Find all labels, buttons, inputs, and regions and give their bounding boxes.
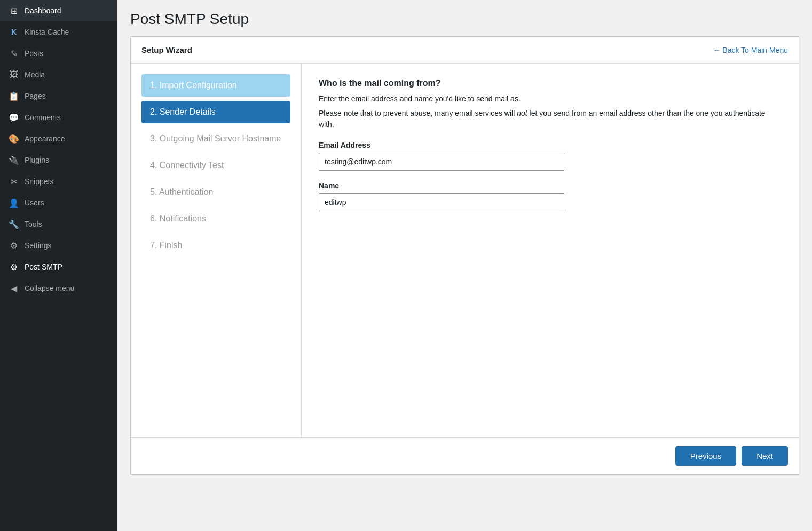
- step-finish[interactable]: 7. Finish: [141, 234, 290, 257]
- steps-sidebar: 1. Import Configuration 2. Sender Detail…: [131, 64, 302, 437]
- step-sender-details[interactable]: 2. Sender Details: [141, 101, 290, 123]
- desc-1: Enter the email address and name you'd l…: [319, 93, 782, 105]
- step-import-configuration[interactable]: 1. Import Configuration: [141, 74, 290, 97]
- snippets-icon: ✂: [9, 176, 19, 187]
- card-body: 1. Import Configuration 2. Sender Detail…: [131, 64, 799, 437]
- kinsta-icon: K: [9, 27, 19, 37]
- sidebar-item-label: Snippets: [25, 177, 53, 186]
- sidebar-item-comments[interactable]: 💬 Comments: [0, 107, 117, 128]
- sidebar-item-users[interactable]: 👤 Users: [0, 192, 117, 213]
- sidebar-item-settings[interactable]: ⚙ Settings: [0, 235, 117, 256]
- name-input[interactable]: [319, 193, 564, 211]
- email-label: Email Address: [319, 141, 782, 149]
- step-connectivity-test[interactable]: 4. Connectivity Test: [141, 154, 290, 177]
- sidebar-item-label: Dashboard: [25, 6, 61, 15]
- step-outgoing-mail[interactable]: 3. Outgoing Mail Server Hostname: [141, 128, 290, 150]
- next-button[interactable]: Next: [742, 446, 788, 466]
- name-field-group: Name: [319, 181, 782, 211]
- tools-icon: 🔧: [9, 219, 19, 229]
- setup-wizard-title: Setup Wizard: [141, 45, 192, 54]
- back-to-main-menu-link[interactable]: ← Back To Main Menu: [713, 46, 788, 54]
- step-notifications[interactable]: 6. Notifications: [141, 208, 290, 230]
- step-authentication[interactable]: 5. Authentication: [141, 181, 290, 203]
- section-title: Who is the mail coming from?: [319, 78, 782, 88]
- setup-card: Setup Wizard ← Back To Main Menu 1. Impo…: [130, 36, 799, 475]
- sidebar: ⊞ Dashboard K Kinsta Cache ✎ Posts 🖼 Med…: [0, 0, 117, 531]
- plugins-icon: 🔌: [9, 155, 19, 165]
- sidebar-item-media[interactable]: 🖼 Media: [0, 64, 117, 85]
- sidebar-item-kinsta-cache[interactable]: K Kinsta Cache: [0, 21, 117, 43]
- sidebar-item-dashboard[interactable]: ⊞ Dashboard: [0, 0, 117, 21]
- sidebar-item-posts[interactable]: ✎ Posts: [0, 43, 117, 64]
- sidebar-item-label: Settings: [25, 241, 52, 250]
- card-footer: Previous Next: [131, 437, 799, 474]
- sidebar-item-label: Comments: [25, 113, 61, 122]
- sidebar-item-label: Appearance: [25, 134, 65, 143]
- sidebar-item-label: Pages: [25, 92, 46, 100]
- dashboard-icon: ⊞: [9, 5, 19, 16]
- desc-2-italic: not: [517, 109, 527, 117]
- step-4-label: 4. Connectivity Test: [150, 161, 224, 170]
- sidebar-item-label: Tools: [25, 220, 42, 228]
- sidebar-item-plugins[interactable]: 🔌 Plugins: [0, 149, 117, 171]
- sidebar-item-post-smtp[interactable]: ⚙ Post SMTP: [0, 256, 117, 278]
- sidebar-item-label: Posts: [25, 49, 43, 58]
- step-2-label: 2. Sender Details: [150, 107, 216, 116]
- users-icon: 👤: [9, 197, 19, 208]
- sidebar-item-label: Plugins: [25, 156, 49, 164]
- email-input[interactable]: [319, 153, 564, 171]
- sidebar-item-snippets[interactable]: ✂ Snippets: [0, 171, 117, 192]
- step-5-label: 5. Authentication: [150, 187, 213, 196]
- sidebar-item-collapse-menu[interactable]: ◀ Collapse menu: [0, 278, 117, 299]
- settings-icon: ⚙: [9, 240, 19, 251]
- step-7-label: 7. Finish: [150, 241, 182, 250]
- media-icon: 🖼: [9, 69, 19, 80]
- sidebar-item-tools[interactable]: 🔧 Tools: [0, 213, 117, 235]
- pages-icon: 📋: [9, 91, 19, 101]
- desc-2: Please note that to prevent abuse, many …: [319, 108, 782, 130]
- sidebar-item-label: Media: [25, 70, 45, 79]
- content-area: Who is the mail coming from? Enter the e…: [302, 64, 799, 437]
- sidebar-item-label: Collapse menu: [25, 284, 74, 292]
- appearance-icon: 🎨: [9, 133, 19, 144]
- collapse-icon: ◀: [9, 283, 19, 294]
- step-6-label: 6. Notifications: [150, 214, 206, 223]
- sidebar-item-label: Kinsta Cache: [25, 28, 69, 36]
- posts-icon: ✎: [9, 48, 19, 59]
- sidebar-item-pages[interactable]: 📋 Pages: [0, 85, 117, 107]
- name-label: Name: [319, 181, 782, 190]
- previous-button[interactable]: Previous: [675, 446, 736, 466]
- sidebar-item-label: Post SMTP: [25, 263, 62, 271]
- main-content: Post SMTP Setup Setup Wizard ← Back To M…: [117, 0, 812, 531]
- card-header: Setup Wizard ← Back To Main Menu: [131, 37, 799, 64]
- post-smtp-icon: ⚙: [9, 261, 19, 272]
- step-1-label: 1. Import Configuration: [150, 81, 237, 90]
- step-3-label: 3. Outgoing Mail Server Hostname: [150, 134, 281, 143]
- email-field-group: Email Address: [319, 141, 782, 171]
- page-title: Post SMTP Setup: [130, 11, 799, 28]
- desc-2-before: Please note that to prevent abuse, many …: [319, 109, 517, 117]
- comments-icon: 💬: [9, 112, 19, 123]
- sidebar-item-label: Users: [25, 199, 44, 207]
- sidebar-item-appearance[interactable]: 🎨 Appearance: [0, 128, 117, 149]
